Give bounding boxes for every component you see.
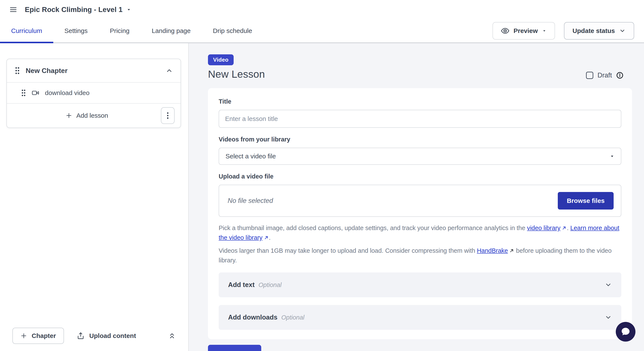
update-status-button[interactable]: Update status [564,22,634,40]
caret-down-icon [610,154,614,158]
drag-handle-icon[interactable] [21,89,26,96]
info-icon[interactable] [616,72,624,79]
external-link-icon [509,248,514,253]
plus-icon [20,332,27,339]
chapter-title: New Chapter [26,67,160,75]
tab-bar: Curriculum Settings Pricing Landing page… [0,19,644,43]
help-text: . [269,234,271,241]
chevron-down-icon [605,314,612,321]
video-library-help-text: Pick a thumbnail image, add closed capti… [219,223,621,242]
chapter-options-button[interactable] [161,107,174,124]
course-switcher[interactable]: Epic Rock Climbing - Level 1 [25,6,131,14]
kebab-menu-icon [167,112,169,119]
chapter-header[interactable]: New Chapter [7,59,180,82]
library-field-label: Videos from your library [219,136,621,143]
chevron-down-icon [619,28,626,34]
tab-settings[interactable]: Settings [53,19,99,42]
caret-down-icon [542,29,546,33]
upload-content-label: Upload content [89,332,136,340]
tab-pricing[interactable]: Pricing [99,19,140,42]
top-bar: Epic Rock Climbing - Level 1 [0,0,644,19]
chapter-card: New Chapter download video [6,59,181,128]
curriculum-sidebar: New Chapter download video [0,43,189,351]
add-downloads-section[interactable]: Add downloads Optional [219,305,621,330]
sidebar-footer: Chapter Upload content [0,320,188,351]
video-library-select[interactable]: Select a video file [219,148,621,165]
draft-checkbox[interactable] [586,72,593,79]
lesson-item[interactable]: download video [7,82,180,104]
add-chapter-button[interactable]: Chapter [12,328,64,344]
handbrake-help-text: Videos larger than 1GB may take longer t… [219,246,621,265]
workspace: New Chapter download video [0,43,644,351]
tab-curriculum[interactable]: Curriculum [0,19,53,42]
page-title: New Lesson [208,68,632,80]
save-lesson-button[interactable]: Save lesson [208,345,261,351]
add-text-label: Add text [228,281,254,289]
link-label: HandBrake [477,247,508,254]
lesson-type-badge: Video [208,54,234,65]
no-file-text: No file selected [228,197,558,204]
browse-files-button[interactable]: Browse files [558,192,614,210]
file-upload-box: No file selected Browse files [219,185,621,217]
course-title: Epic Rock Climbing - Level 1 [25,6,122,14]
lesson-title: download video [45,89,90,96]
chat-widget-button[interactable] [616,322,636,342]
handbrake-link[interactable]: HandBrake [477,247,514,254]
add-downloads-label: Add downloads [228,314,278,321]
tab-landing-page[interactable]: Landing page [140,19,202,42]
lesson-form-card: Title Videos from your library Select a … [208,88,632,339]
draft-toggle: Draft [586,72,624,79]
title-field-label: Title [219,98,621,105]
upload-field-label: Upload a video file [219,173,621,180]
lesson-title-input[interactable] [219,110,621,128]
chapter-footer: Add lesson [7,104,180,128]
lesson-editor: Video New Lesson Draft Title Videos from… [189,43,644,351]
chevron-up-icon[interactable] [166,67,173,74]
preview-button[interactable]: Preview [492,22,555,40]
hamburger-menu-icon[interactable] [10,6,17,14]
draft-label: Draft [598,72,612,79]
tab-drip-schedule[interactable]: Drip schedule [202,19,263,42]
video-library-link[interactable]: video library [527,224,567,231]
help-text: Videos larger than 1GB may take longer t… [219,247,477,254]
chat-bubble-icon [620,326,631,337]
lesson-header: Video New Lesson Draft [208,54,632,80]
tab-list: Curriculum Settings Pricing Landing page… [0,19,263,42]
select-value: Select a video file [226,152,610,160]
preview-label: Preview [514,27,538,34]
header-actions: Preview Update status [492,19,634,42]
add-chapter-label: Chapter [32,332,56,340]
caret-down-icon [126,7,131,12]
add-lesson-button[interactable]: Add lesson [13,112,161,119]
chevron-down-icon [605,281,612,288]
drag-handle-icon[interactable] [14,67,20,74]
plus-icon [66,112,72,119]
external-link-icon [562,225,567,230]
external-link-icon [264,235,269,240]
help-text: Pick a thumbnail image, add closed capti… [219,224,527,231]
link-label: video library [527,224,560,231]
eye-icon [501,27,509,35]
help-text: . [567,224,570,231]
upload-icon [77,332,84,340]
collapse-all-icon[interactable] [168,332,176,340]
video-icon [32,89,39,97]
upload-content-button[interactable]: Upload content [77,332,136,340]
optional-label: Optional [258,282,605,288]
add-text-section[interactable]: Add text Optional [219,272,621,297]
optional-label: Optional [281,314,605,321]
add-lesson-label: Add lesson [76,112,108,119]
update-status-label: Update status [572,27,615,34]
